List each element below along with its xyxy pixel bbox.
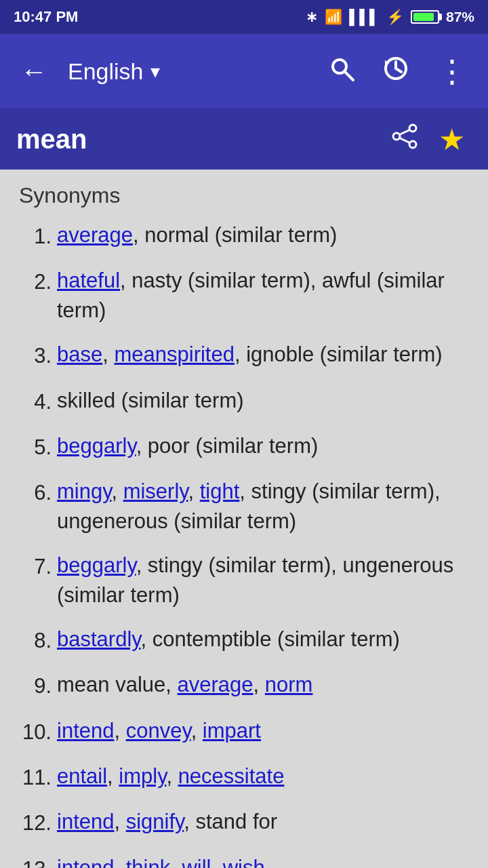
word-link[interactable]: signify — [126, 810, 184, 833]
word-link[interactable]: beggarly — [57, 553, 136, 577]
list-item: 8. bastardly, contemptible (similar term… — [16, 625, 472, 655]
word-link[interactable]: hateful — [57, 269, 120, 292]
word-link[interactable]: mingy — [57, 479, 111, 503]
svg-line-8 — [400, 138, 410, 142]
history-button[interactable] — [377, 50, 415, 94]
word-link[interactable]: will — [182, 856, 211, 868]
synonyms-list: 1. average, normal (similar term) 2. hat… — [16, 220, 472, 868]
language-label: English — [68, 58, 144, 85]
list-item: 6. mingy, miserly, tight, stingy (simila… — [16, 477, 472, 536]
list-item: 11. entail, imply, necessitate — [16, 762, 472, 792]
word-link[interactable]: beggarly — [57, 434, 136, 458]
signal-icon: ▌▌▌ — [349, 9, 380, 25]
status-left: 10:47 PM — [14, 8, 78, 26]
svg-point-4 — [409, 125, 416, 132]
word-link[interactable]: miserly — [123, 479, 188, 503]
word-link[interactable]: think — [126, 856, 170, 868]
list-item: 7. beggarly, stingy (similar term), unge… — [16, 551, 472, 610]
app-bar: ← English ▾ ⋮ — [0, 34, 488, 108]
word-link[interactable]: convey — [126, 719, 191, 743]
status-right: ∗ 📶 ▌▌▌ ⚡ 87% — [306, 9, 474, 25]
list-item: 1. average, normal (similar term) — [16, 220, 472, 251]
word-link[interactable]: imply — [119, 764, 166, 788]
list-item: 2. hateful, nasty (similar term), awful … — [16, 266, 472, 325]
app-bar-icons: ⋮ — [323, 47, 474, 95]
favorite-button[interactable]: ★ — [432, 115, 472, 163]
list-item: 3. base, meanspirited, ignoble (similar … — [16, 340, 472, 370]
list-item: 4. skilled (similar term) — [16, 386, 472, 416]
bluetooth-icon: ∗ — [306, 9, 318, 25]
word-title: mean — [16, 124, 378, 155]
word-link[interactable]: average — [178, 673, 253, 696]
svg-point-6 — [393, 133, 400, 140]
word-link[interactable]: average — [57, 223, 133, 247]
status-bar: 10:47 PM ∗ 📶 ▌▌▌ ⚡ 87% — [0, 0, 488, 34]
list-item: 5. beggarly, poor (similar term) — [16, 431, 472, 462]
battery-percent: 87% — [446, 9, 474, 25]
svg-line-7 — [400, 130, 410, 134]
share-button[interactable] — [384, 116, 425, 163]
svg-line-1 — [344, 71, 353, 80]
back-button[interactable]: ← — [14, 50, 54, 94]
word-link[interactable]: intend — [57, 719, 114, 743]
time-display: 10:47 PM — [14, 8, 78, 26]
synonyms-section-title: Synonyms — [16, 183, 472, 208]
search-button[interactable] — [323, 50, 361, 94]
content-area: Synonyms 1. average, normal (similar ter… — [0, 170, 488, 868]
word-link[interactable]: tight — [200, 479, 240, 503]
word-link[interactable]: entail — [57, 764, 107, 788]
charging-icon: ⚡ — [386, 9, 404, 25]
word-link[interactable]: impart — [203, 719, 261, 743]
word-link[interactable]: intend — [57, 810, 114, 833]
dropdown-arrow-icon: ▾ — [150, 60, 160, 83]
battery-icon — [411, 10, 439, 24]
more-options-button[interactable]: ⋮ — [431, 47, 474, 95]
list-item: 13. intend, think, will, wish — [16, 853, 472, 868]
list-item: 12. intend, signify, stand for — [16, 807, 472, 837]
word-link[interactable]: base — [57, 342, 102, 366]
language-selector[interactable]: English ▾ — [68, 58, 309, 85]
word-link[interactable]: necessitate — [178, 764, 285, 788]
wifi-icon: 📶 — [325, 9, 342, 25]
svg-point-5 — [409, 141, 416, 148]
list-item: 10. intend, convey, impart — [16, 716, 472, 747]
list-item: 9. mean value, average, norm — [16, 670, 472, 701]
word-link[interactable]: norm — [265, 673, 313, 696]
word-link[interactable]: bastardly — [57, 627, 141, 651]
word-link[interactable]: wish — [223, 856, 265, 868]
word-link[interactable]: meanspirited — [114, 342, 234, 366]
word-header: mean ★ — [0, 108, 488, 170]
word-link[interactable]: intend — [57, 856, 114, 868]
